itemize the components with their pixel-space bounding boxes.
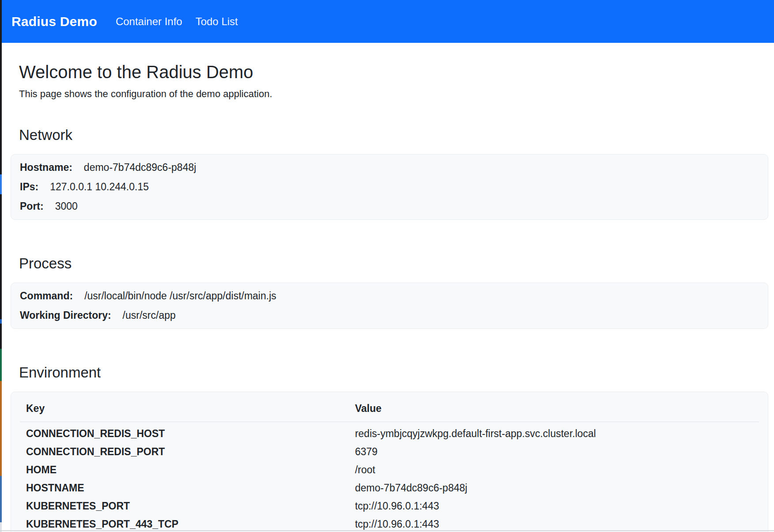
working-directory-value: /usr/src/app — [123, 309, 176, 321]
navbar-brand[interactable]: Radius Demo — [11, 14, 97, 29]
page-title: Welcome to the Radius Demo — [19, 61, 768, 83]
config-row-command: Command:/usr/local/bin/node /usr/src/app… — [20, 289, 759, 303]
table-row: KUBERNETES_PORT_443_TCP tcp://10.96.0.1:… — [20, 515, 759, 532]
environment-table-header-row: Key Value — [20, 398, 759, 422]
process-card: Command:/usr/local/bin/node /usr/src/app… — [11, 283, 768, 329]
ips-label: IPs: — [20, 181, 38, 192]
env-key: HOSTNAME — [20, 479, 349, 497]
env-key: KUBERNETES_PORT_443_TCP — [20, 515, 349, 532]
config-row-port: Port:3000 — [20, 200, 759, 213]
navbar: Radius Demo Container Info Todo List — [2, 0, 774, 43]
env-value: 6379 — [349, 443, 759, 461]
sliver-segment-orange — [0, 381, 2, 476]
command-value: /usr/local/bin/node /usr/src/app/dist/ma… — [84, 290, 276, 302]
env-key: HOME — [20, 461, 349, 479]
nav-link-todo-list[interactable]: Todo List — [196, 15, 238, 28]
sliver-segment-blue — [0, 476, 2, 522]
environment-table: Key Value CONNECTION_REDIS_HOST redis-ym… — [20, 398, 759, 532]
env-value: tcp://10.96.0.1:443 — [349, 497, 759, 515]
sliver-segment-blue — [0, 319, 2, 324]
environment-card: Key Value CONNECTION_REDIS_HOST redis-ym… — [11, 392, 768, 532]
config-row-ips: IPs:127.0.0.1 10.244.0.15 — [20, 180, 759, 194]
env-column-header-key: Key — [20, 398, 349, 422]
command-label: Command: — [20, 290, 73, 302]
sliver-segment-green — [0, 349, 2, 381]
config-row-hostname: Hostname:demo-7b74dc89c6-p848j — [20, 161, 759, 174]
network-heading: Network — [19, 126, 768, 144]
main-content: Welcome to the Radius Demo This page sho… — [2, 43, 774, 532]
port-value: 3000 — [55, 200, 78, 212]
background-window-sliver — [0, 0, 2, 532]
env-key: CONNECTION_REDIS_PORT — [20, 443, 349, 461]
table-row: KUBERNETES_PORT tcp://10.96.0.1:443 — [20, 497, 759, 515]
env-key: KUBERNETES_PORT — [20, 497, 349, 515]
process-heading: Process — [19, 254, 768, 273]
ips-value: 127.0.0.1 10.244.0.15 — [50, 181, 149, 192]
config-row-working-directory: Working Directory:/usr/src/app — [20, 309, 759, 322]
env-value: demo-7b74dc89c6-p848j — [349, 479, 759, 497]
network-card: Hostname:demo-7b74dc89c6-p848j IPs:127.0… — [11, 154, 768, 220]
env-value: tcp://10.96.0.1:443 — [349, 515, 759, 532]
page-subtitle: This page shows the configuration of the… — [19, 87, 768, 101]
table-row: HOME /root — [20, 461, 759, 479]
env-value: /root — [349, 461, 759, 479]
table-row: CONNECTION_REDIS_HOST redis-ymbjcqyjzwkp… — [20, 422, 759, 443]
working-directory-label: Working Directory: — [20, 309, 111, 321]
table-row: HOSTNAME demo-7b74dc89c6-p848j — [20, 479, 759, 497]
hostname-value: demo-7b74dc89c6-p848j — [84, 162, 196, 173]
env-value: redis-ymbjcqyjzwkpg.default-first-app.sv… — [349, 422, 759, 443]
table-row: CONNECTION_REDIS_PORT 6379 — [20, 443, 759, 461]
hostname-label: Hostname: — [20, 162, 72, 173]
app-window: Radius Demo Container Info Todo List Wel… — [2, 0, 774, 532]
env-column-header-value: Value — [349, 398, 759, 422]
environment-heading: Environment — [19, 363, 768, 382]
port-label: Port: — [20, 200, 44, 212]
sliver-segment-blue — [0, 174, 2, 194]
viewport-bottom-hairline — [0, 530, 774, 531]
env-key: CONNECTION_REDIS_HOST — [20, 422, 349, 443]
nav-link-container-info[interactable]: Container Info — [116, 15, 182, 28]
